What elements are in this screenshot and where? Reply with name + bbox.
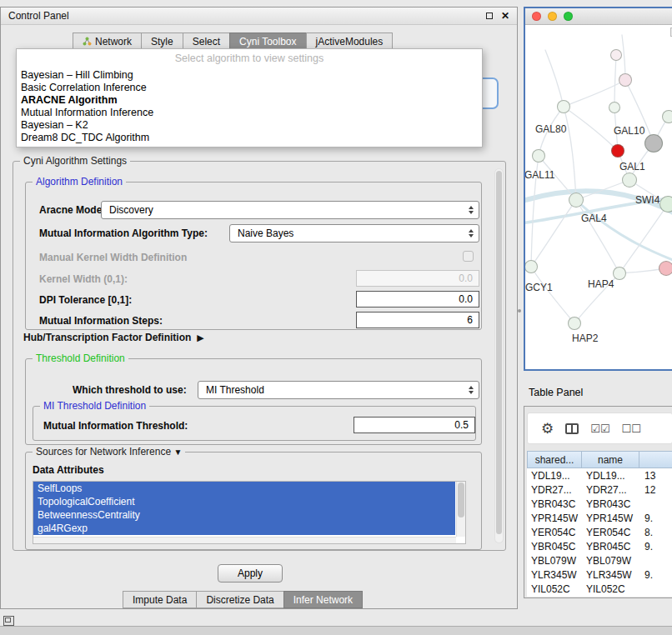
aracne-mode-select[interactable]: Discovery bbox=[101, 201, 479, 219]
column-header[interactable]: name bbox=[581, 451, 639, 468]
minimize-traffic-light-icon[interactable] bbox=[548, 12, 557, 21]
table-body: YDL19...YDL19...13YDR27...YDR27...12YBR0… bbox=[527, 468, 672, 597]
tab-label: Impute Data bbox=[133, 594, 187, 606]
threshold-select[interactable]: MI Threshold bbox=[198, 381, 479, 399]
network-node-label: SWI4 bbox=[635, 194, 659, 206]
algorithm-option[interactable]: Dream8 DC_TDC Algorithm bbox=[17, 132, 482, 144]
which-threshold-label: Which threshold to use: bbox=[73, 384, 187, 396]
network-node[interactable] bbox=[609, 102, 620, 113]
tab-impute-data[interactable]: Impute Data bbox=[123, 591, 197, 608]
network-window-titlebar[interactable] bbox=[525, 8, 672, 25]
table-row[interactable]: YLR345WYLR345W9. bbox=[527, 568, 672, 582]
mi-threshold-label: Mutual Information Threshold: bbox=[43, 420, 188, 432]
table-row[interactable]: YER054CYER054C8. bbox=[527, 525, 672, 539]
tab-style[interactable]: Style bbox=[141, 32, 183, 50]
network-node[interactable] bbox=[644, 134, 663, 152]
group-title: Cyni Algorithm Settings bbox=[20, 155, 130, 167]
tab-cyni-toolbox[interactable]: Cyni Toolbox bbox=[229, 32, 306, 50]
settings-scrollbar[interactable] bbox=[494, 168, 504, 543]
network-node[interactable] bbox=[613, 267, 626, 280]
algorithm-option[interactable]: Bayesian – K2 bbox=[17, 119, 482, 132]
sources-title-row[interactable]: Sources for Network Inference ▼ bbox=[33, 446, 185, 458]
mi-threshold-field[interactable]: 0.5 bbox=[354, 417, 475, 433]
dpi-tolerance-field[interactable]: 0.0 bbox=[356, 291, 479, 308]
tab-discretize-data[interactable]: Discretize Data bbox=[196, 591, 283, 608]
network-node[interactable] bbox=[662, 110, 672, 123]
network-node[interactable] bbox=[659, 196, 672, 212]
checked-columns-icon[interactable]: ☑☑ bbox=[590, 423, 609, 434]
tab-infer-network[interactable]: Infer Network bbox=[283, 591, 363, 608]
algorithm-option[interactable]: Basic Correlation Inference bbox=[17, 82, 482, 94]
table-cell: YPR145W bbox=[527, 512, 582, 524]
network-view-window[interactable]: GAL80GAL10GAL11GAL1SWI4GAL4GCY1HAP4HAP2 bbox=[524, 7, 672, 371]
data-attribute-item[interactable]: BetweennessCentrality bbox=[33, 508, 455, 522]
apply-button[interactable]: Apply bbox=[218, 564, 283, 582]
network-node[interactable] bbox=[557, 100, 570, 113]
table-cell: YER054C bbox=[527, 527, 582, 538]
network-node[interactable] bbox=[622, 172, 637, 188]
network-node[interactable] bbox=[610, 49, 622, 61]
expanded-arrow-icon: ▼ bbox=[173, 448, 182, 457]
close-icon[interactable]: ✕ bbox=[501, 11, 509, 21]
panel-restore-icon[interactable] bbox=[3, 616, 14, 626]
tab-select[interactable]: Select bbox=[183, 32, 230, 50]
scrollbar-thumb[interactable] bbox=[458, 482, 464, 518]
mi-steps-field[interactable]: 6 bbox=[356, 312, 479, 328]
table-row[interactable]: YIL052CYIL052C bbox=[527, 582, 672, 596]
table-row[interactable]: YBR045CYBR045C9. bbox=[527, 539, 672, 553]
tab-network[interactable]: Network bbox=[73, 32, 142, 50]
hub-definition-expander[interactable]: Hub/Transcription Factor Definition ▶ bbox=[23, 332, 204, 343]
unchecked-columns-icon[interactable]: ☐☐ bbox=[622, 423, 641, 434]
table-cell: YPR145W bbox=[582, 512, 640, 524]
network-node[interactable] bbox=[569, 192, 584, 208]
selected-value: MI Threshold bbox=[198, 384, 466, 396]
attributes-hscrollbar[interactable] bbox=[33, 537, 456, 543]
table-panel-toolbar: ⚙ ☑☑ ☐☐ bbox=[527, 412, 672, 444]
table-panel-window: ⚙ ☑☑ ☐☐ shared...name YDL19...YDL19...13… bbox=[524, 406, 672, 598]
table-cell: YLR345W bbox=[582, 569, 640, 581]
gear-icon[interactable]: ⚙ bbox=[541, 422, 554, 436]
control-panel-titlebar[interactable]: Control Panel ✕ bbox=[1, 8, 517, 25]
data-attribute-item[interactable]: SelfLoops bbox=[33, 482, 455, 495]
table-row[interactable]: YPR145WYPR145W9. bbox=[527, 511, 672, 525]
hub-definition-label: Hub/Transcription Factor Definition bbox=[23, 332, 191, 343]
table-cell: YBL079W bbox=[582, 555, 640, 567]
algorithm-option[interactable]: Bayesian – Hill Climbing bbox=[17, 69, 482, 82]
network-node[interactable] bbox=[568, 317, 581, 330]
tab-jactivemodules[interactable]: jActiveModules bbox=[306, 32, 394, 50]
network-node-label: HAP4 bbox=[588, 278, 614, 290]
network-node[interactable] bbox=[611, 144, 624, 158]
zoom-traffic-light-icon[interactable] bbox=[564, 12, 573, 21]
table-cell: YIL052C bbox=[582, 583, 640, 595]
table-cell: YER054C bbox=[582, 527, 640, 538]
table-row[interactable]: YDL19...YDL19...13 bbox=[527, 468, 672, 482]
table-cell: YIL052C bbox=[527, 583, 582, 595]
algorithm-option[interactable]: ARACNE Algorithm bbox=[17, 94, 482, 107]
tab-label: Style bbox=[151, 36, 173, 48]
table-row[interactable]: YBR043CYBR043C bbox=[527, 497, 672, 511]
float-window-icon[interactable] bbox=[486, 12, 493, 19]
data-attributes-list[interactable]: SelfLoopsTopologicalCoefficientBetweenne… bbox=[33, 481, 466, 544]
table-row[interactable]: YBL079WYBL079W bbox=[527, 553, 672, 568]
columns-icon[interactable] bbox=[565, 423, 579, 434]
network-canvas[interactable]: GAL80GAL10GAL11GAL1SWI4GAL4GCY1HAP4HAP2 bbox=[525, 25, 672, 369]
network-node[interactable] bbox=[619, 73, 632, 87]
column-header[interactable]: shared... bbox=[527, 451, 582, 468]
table-row[interactable]: YDR27...YDR27...12 bbox=[527, 482, 672, 497]
table-cell: 9. bbox=[640, 512, 672, 524]
data-attribute-item[interactable]: gal4RGexp bbox=[33, 522, 455, 535]
attributes-vscrollbar[interactable] bbox=[456, 482, 465, 537]
table-cell: YDL19... bbox=[582, 470, 640, 482]
manual-kernel-checkbox[interactable] bbox=[463, 251, 474, 262]
table-cell: YBR045C bbox=[582, 541, 640, 552]
column-header[interactable] bbox=[639, 451, 672, 468]
close-traffic-light-icon[interactable] bbox=[532, 12, 541, 21]
mi-type-select[interactable]: Naive Bayes bbox=[229, 224, 479, 242]
network-node[interactable] bbox=[659, 261, 672, 276]
splitter-handle[interactable] bbox=[518, 309, 521, 312]
data-attribute-item[interactable]: TopologicalCoefficient bbox=[33, 495, 455, 508]
scrollbar-thumb[interactable] bbox=[496, 171, 502, 534]
network-node[interactable] bbox=[532, 149, 545, 162]
algorithm-option[interactable]: Mutual Information Inference bbox=[17, 107, 482, 119]
group-title: MI Threshold Definition bbox=[40, 400, 149, 412]
